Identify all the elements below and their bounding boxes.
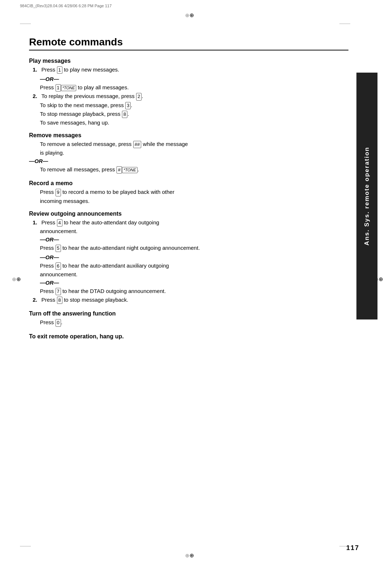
key-5: 5: [56, 245, 61, 252]
key-hash-hash: ##: [133, 141, 141, 148]
play-step-4: To stop message playback, press 8.: [40, 111, 348, 118]
play-messages-title: Play messages: [29, 58, 348, 64]
file-header: 984CIB_(Rev3)28.04.06 4/28/06 6:28 PM Pa…: [20, 4, 112, 8]
review-list: 1. Press 4 to hear the auto-attendant da…: [29, 219, 348, 227]
play-step-1: 1. Press 1 to play new messages.: [33, 66, 348, 74]
section-review-outgoing: Review outgoing announcements 1. Press 4…: [29, 211, 348, 304]
record-memo-text: Press 9 to record a memo to be played ba…: [40, 189, 348, 196]
review-step1d-line2: announcement.: [40, 271, 348, 277]
key-star-tone: *TONE: [61, 85, 77, 91]
key-1: 1: [57, 66, 62, 74]
review-step1-num: 1.: [33, 219, 40, 225]
section-play-messages: Play messages 1. Press 1 to play new mes…: [29, 58, 348, 126]
remove-line1: To remove a selected message, press ## w…: [40, 141, 348, 148]
review-outgoing-title: Review outgoing announcements: [29, 211, 348, 217]
exit-text: To exit remote operation, hang up.: [29, 333, 348, 340]
turn-off-title: Turn off the answering function: [29, 310, 348, 317]
review-step1c: Press 5 to hear the auto-attendant night…: [40, 245, 348, 252]
key-star-tone-remove: *TONE: [122, 167, 138, 173]
top-margin-line: [20, 24, 31, 24]
play-step-1b: Press 1*TONE to play all messages.: [40, 84, 348, 91]
step1-text: Press 1 to play new messages.: [41, 66, 119, 74]
step2-num: 2.: [33, 93, 40, 99]
crosshair-mid-left: ⊕: [12, 276, 18, 282]
play-step-3: To skip to the next message, press 3.: [40, 102, 348, 109]
key-0: 0: [56, 319, 61, 326]
or-divider-rev2: —OR—: [40, 254, 348, 260]
key-9: 9: [56, 189, 61, 196]
top-right-margin-line: [339, 24, 350, 24]
key-3: 3: [125, 102, 131, 109]
remove-messages-title: Remove messages: [29, 132, 348, 139]
play-messages-list: 1. Press 1 to play new messages.: [29, 66, 348, 74]
step1-num: 1.: [33, 66, 40, 73]
review-step1e: Press 7 to hear the DTAD outgoing announ…: [40, 288, 348, 295]
play-step-5: To save messages, hang up.: [40, 119, 348, 126]
key-6: 6: [56, 262, 61, 270]
bottom-margin-line: [20, 546, 31, 546]
review-step-2: 2. Press 8 to stop message playback.: [33, 297, 348, 304]
or-divider-1: —OR—: [40, 76, 348, 82]
page-title: Remote commands: [29, 36, 348, 50]
play-step-2: 2. To replay the previous message, press…: [33, 93, 348, 100]
record-memo-line2: incoming messages.: [40, 198, 348, 204]
review-list-2: 2. Press 8 to stop message playback.: [29, 297, 348, 304]
section-exit: To exit remote operation, hang up.: [29, 333, 348, 340]
key-1-tone-1: 1: [56, 84, 61, 91]
or-divider-remove: —OR—: [29, 158, 348, 164]
key-4: 4: [57, 219, 62, 227]
review-step1d: Press 6 to hear the auto-attendant auxil…: [40, 262, 348, 270]
review-step2-num: 2.: [33, 297, 40, 303]
section-turn-off: Turn off the answering function Press 0.: [29, 310, 348, 326]
main-content: Remote commands Play messages 1. Press 1…: [29, 36, 348, 541]
key-7: 7: [56, 288, 61, 295]
key-8-stop: 8: [122, 111, 127, 118]
step2-text: To replay the previous message, press 2.: [41, 93, 143, 100]
review-step1-content: Press 4 to hear the auto-attendant day o…: [41, 219, 159, 227]
section-record-memo: Record a memo Press 9 to record a memo t…: [29, 180, 348, 204]
review-step1-line2: announcement.: [40, 228, 348, 234]
remove-line1b: is playing.: [40, 150, 348, 156]
remove-line2: To remove all messages, press #*TONE.: [40, 166, 348, 174]
key-2: 2: [136, 93, 142, 100]
key-hash-remove: #: [117, 166, 122, 174]
side-tab: Ans. Sys. remote operation: [356, 73, 377, 319]
or-divider-rev1: —OR—: [40, 236, 348, 243]
play-messages-list-2: 2. To replay the previous message, press…: [29, 93, 348, 100]
crosshair-top: ⊕: [185, 12, 191, 18]
turn-off-text: Press 0.: [40, 319, 348, 326]
page-number: 117: [346, 544, 359, 552]
section-remove-messages: Remove messages To remove a selected mes…: [29, 132, 348, 174]
key-8-review: 8: [57, 297, 62, 304]
record-memo-title: Record a memo: [29, 180, 348, 187]
side-tab-label: Ans. Sys. remote operation: [363, 147, 371, 245]
review-step-1: 1. Press 4 to hear the auto-attendant da…: [33, 219, 348, 227]
crosshair-bottom: ⊕: [185, 552, 191, 558]
or-divider-rev3: —OR—: [40, 280, 348, 286]
review-step2-content: Press 8 to stop message playback.: [41, 297, 128, 304]
